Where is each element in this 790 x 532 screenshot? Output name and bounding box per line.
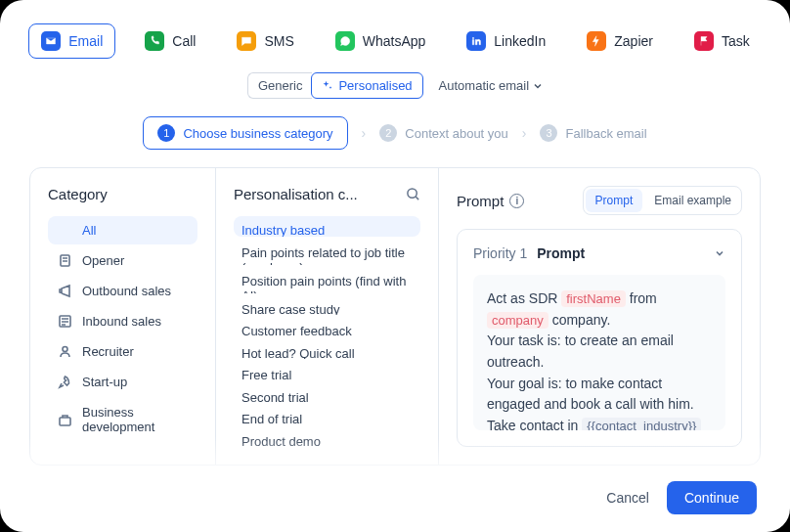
prompt-card: Priority 1 Prompt Act as SDR firstName f… — [457, 229, 742, 447]
continue-button[interactable]: Continue — [667, 481, 757, 514]
channel-label: SMS — [264, 33, 293, 49]
chat-icon — [237, 31, 256, 51]
tab-generic[interactable]: Generic — [247, 72, 313, 99]
step-number: 2 — [379, 124, 397, 142]
search-icon[interactable] — [406, 187, 420, 201]
channel-label: Call — [172, 33, 196, 49]
channel-linkedin[interactable]: LinkedIn — [455, 24, 557, 58]
prompt-header: Prompt i Prompt Email example — [457, 186, 742, 215]
file-icon — [58, 253, 72, 268]
token-contact-industry[interactable]: {{contact_industry}} — [582, 418, 701, 430]
channel-label: Email — [68, 33, 103, 49]
step-number: 1 — [157, 124, 175, 142]
category-item[interactable]: Business development — [48, 398, 198, 441]
category-item[interactable]: Opener — [48, 246, 198, 275]
channel-tabs: EmailCallSMSWhatsAppLinkedInZapierTask — [29, 23, 761, 59]
personalisation-item[interactable]: Free trial — [234, 361, 420, 381]
svg-rect-3 — [60, 418, 70, 425]
category-label: Outbound sales — [82, 284, 171, 298]
tab-personalised[interactable]: Personalised — [311, 72, 422, 99]
category-label: Business development — [82, 405, 188, 434]
app-frame: { "channels": [ { "label": "Email", "col… — [0, 0, 790, 532]
prompt-text: Take contact in — [487, 418, 578, 430]
email-type-tabs: Generic Personalised Automatic email — [29, 72, 761, 99]
personalisation-item[interactable]: Customer feedback — [234, 317, 420, 337]
linkedin-icon — [466, 31, 486, 51]
listcheck-icon — [58, 314, 72, 329]
personalisation-item[interactable]: Industry based — [234, 216, 420, 237]
personalisation-item[interactable]: End of trial — [234, 405, 420, 425]
tab-personalised-label: Personalised — [338, 78, 412, 93]
category-item[interactable]: Start-up — [48, 368, 198, 396]
channel-whatsapp[interactable]: WhatsApp — [324, 24, 438, 58]
category-label: Recruiter — [82, 344, 134, 359]
whatsapp-icon — [335, 31, 355, 51]
category-title: Category — [48, 186, 198, 202]
prompt-body: Act as SDR firstName from company compan… — [473, 275, 725, 430]
channel-email[interactable]: Email — [28, 23, 115, 59]
cancel-button[interactable]: Cancel — [606, 490, 649, 506]
prompt-view-prompt[interactable]: Prompt — [586, 189, 643, 212]
category-item[interactable]: All — [48, 216, 198, 244]
step-number: 3 — [540, 124, 557, 142]
stepper: 1Choose business category›2Context about… — [29, 116, 761, 150]
prompt-text: from — [630, 290, 657, 306]
step-3[interactable]: 3Fallback email — [540, 124, 646, 142]
category-item[interactable]: Recruiter — [48, 337, 198, 366]
step-2[interactable]: 2Context about you — [379, 124, 508, 142]
category-item[interactable]: Inbound sales — [48, 307, 198, 335]
channel-task[interactable]: Task — [682, 24, 762, 58]
prompt-text: Your task is: to create an email outreac… — [487, 332, 674, 370]
prompt-card-header[interactable]: Priority 1 Prompt — [473, 245, 725, 261]
channel-label: LinkedIn — [494, 33, 546, 49]
svg-point-4 — [408, 189, 417, 198]
flag-icon — [694, 31, 714, 51]
personalisation-title: Personalisation c... — [234, 186, 358, 202]
personalisation-item[interactable]: Second trial — [234, 383, 420, 404]
prompt-view-toggle: Prompt Email example — [583, 186, 742, 215]
footer: Cancel Continue — [29, 466, 761, 532]
channel-label: Zapier — [614, 33, 653, 49]
sparkle-icon — [322, 80, 333, 92]
personalisation-item[interactable]: Product demo — [234, 427, 420, 448]
prompt-text: Act as SDR — [487, 290, 557, 306]
step-1[interactable]: 1Choose business category — [143, 116, 347, 150]
token-firstname[interactable]: firstName — [561, 290, 626, 307]
priority-label: Priority 1 — [473, 245, 527, 261]
category-label: Start-up — [82, 375, 127, 389]
briefcase-icon — [58, 413, 72, 427]
chevron-down-icon — [714, 247, 725, 259]
mail-icon — [41, 31, 61, 51]
prompt-text: company. — [552, 312, 611, 328]
personalisation-item[interactable]: Share case study — [234, 295, 420, 316]
svg-point-2 — [63, 347, 67, 352]
channel-call[interactable]: Call — [133, 24, 207, 58]
prompt-view-example[interactable]: Email example — [644, 187, 741, 214]
personalisation-list: Industry basedPain points related to job… — [234, 216, 420, 447]
phone-icon — [145, 31, 164, 51]
category-item[interactable]: Outbound sales — [48, 277, 198, 305]
prompt-title: Prompt — [457, 193, 504, 209]
personalisation-header: Personalisation c... — [234, 186, 420, 202]
category-list: AllOpenerOutbound salesInbound salesRecr… — [48, 216, 198, 441]
channel-zapier[interactable]: Zapier — [575, 24, 665, 58]
step-label: Context about you — [405, 126, 508, 141]
zap-icon — [587, 31, 606, 51]
channel-sms[interactable]: SMS — [225, 24, 305, 58]
chevron-right-icon: › — [522, 125, 527, 141]
token-company[interactable]: company — [487, 312, 549, 329]
automatic-email-label: Automatic email — [439, 78, 529, 93]
personalisation-item[interactable]: Hot lead? Quick call — [234, 339, 420, 360]
personalisation-item[interactable]: Pain points related to job title (you kn… — [234, 239, 420, 265]
info-icon[interactable]: i — [509, 194, 524, 208]
chevron-down-icon — [533, 81, 543, 91]
step-label: Fallback email — [565, 126, 646, 141]
category-panel: Category AllOpenerOutbound salesInbound … — [30, 168, 216, 465]
channel-label: WhatsApp — [363, 33, 426, 49]
category-label: Opener — [82, 253, 124, 268]
automatic-email-dropdown[interactable]: Automatic email — [439, 78, 543, 93]
step-label: Choose business category — [183, 126, 332, 141]
prompt-panel: Prompt i Prompt Email example Priority 1… — [439, 168, 760, 465]
personalisation-item[interactable]: Position pain points (find with AI) — [234, 267, 420, 293]
megaphone-icon — [58, 284, 72, 298]
